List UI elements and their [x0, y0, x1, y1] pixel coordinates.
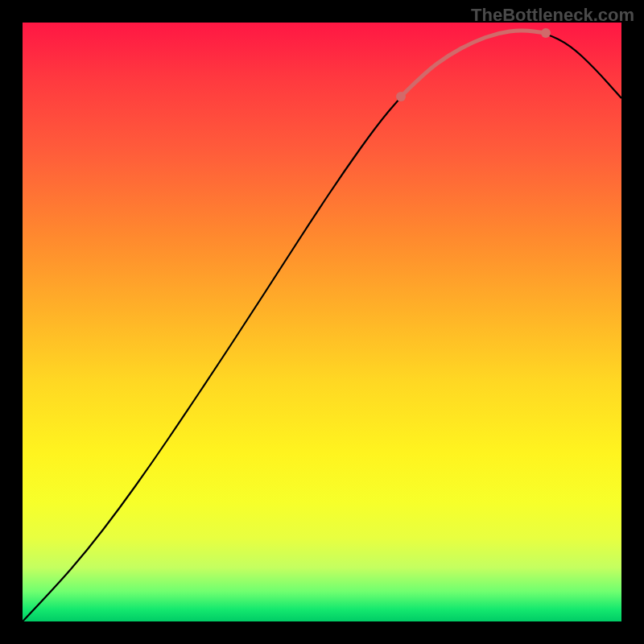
watermark-text: TheBottleneck.com	[471, 5, 634, 26]
optimal-range-endpoints	[396, 28, 551, 101]
optimal-range-segment	[401, 31, 546, 97]
highlight-dot	[541, 28, 551, 38]
highlight-dot	[396, 92, 406, 101]
chart-svg	[23, 23, 621, 621]
chart-plot-area	[23, 23, 621, 621]
bottleneck-curve-line	[23, 31, 621, 621]
